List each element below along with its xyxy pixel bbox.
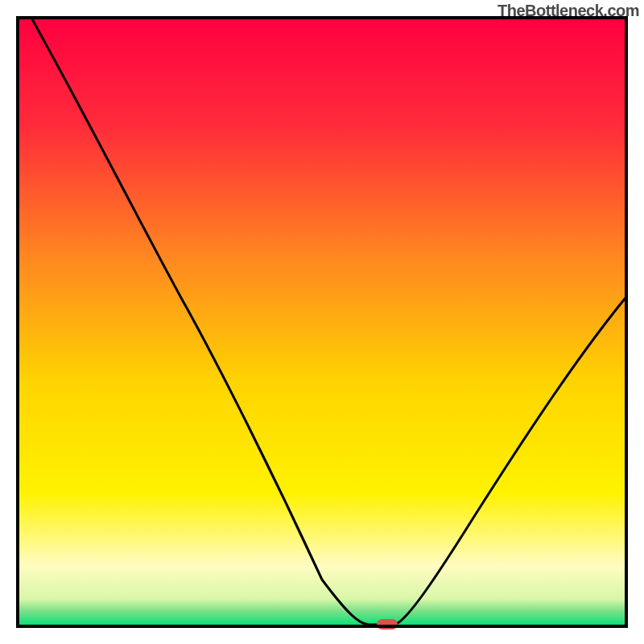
optimal-marker <box>377 619 398 630</box>
attribution-label: TheBottleneck.com <box>497 2 639 20</box>
bottleneck-chart <box>0 0 644 644</box>
plot-background <box>18 18 626 626</box>
